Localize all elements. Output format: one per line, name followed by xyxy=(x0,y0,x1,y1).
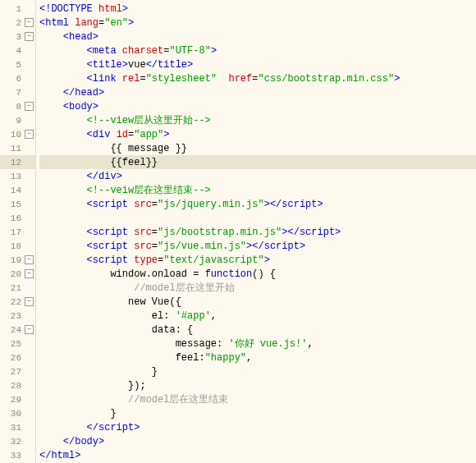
code-line[interactable]: }); xyxy=(39,378,476,392)
line-number: 18 xyxy=(5,241,23,251)
line-number: 32 xyxy=(5,437,23,447)
line-number: 20 xyxy=(5,269,23,279)
code-line[interactable]: //model层在这里开始 xyxy=(39,281,476,295)
line-number: 24 xyxy=(5,325,23,335)
gutter-line: 16 xyxy=(0,211,35,225)
gutter-line: 17 xyxy=(0,225,35,239)
code-line[interactable]: </head> xyxy=(39,85,476,99)
fold-toggle-icon[interactable]: − xyxy=(25,269,34,278)
line-number: 26 xyxy=(5,353,23,363)
line-number: 8 xyxy=(5,102,23,112)
code-line-current[interactable]: {{feel}} xyxy=(39,155,476,169)
line-number: 22 xyxy=(5,297,23,307)
code-line[interactable]: <meta charset="UTF-8"> xyxy=(39,44,476,57)
gutter-line: 22− xyxy=(0,295,35,309)
gutter-line: 2− xyxy=(0,16,35,30)
line-number: 16 xyxy=(5,213,23,223)
line-number: 30 xyxy=(5,409,23,419)
code-line[interactable]: </body> xyxy=(39,434,476,448)
gutter-line: 3− xyxy=(0,30,35,44)
code-line[interactable]: new Vue({ xyxy=(39,295,476,309)
code-line[interactable]: <title>vue</title> xyxy=(39,57,476,71)
gutter-line: 8− xyxy=(0,99,35,113)
gutter-line: 12 xyxy=(0,155,35,169)
line-number: 7 xyxy=(5,88,23,98)
gutter-line: 18 xyxy=(0,239,35,253)
line-number: 15 xyxy=(5,199,23,209)
code-line[interactable]: } xyxy=(39,406,476,420)
line-number: 23 xyxy=(5,311,23,321)
code-line[interactable]: //model层在这里结束 xyxy=(39,392,476,406)
line-number: 19 xyxy=(5,255,23,265)
gutter-line: 13 xyxy=(0,169,35,183)
gutter-line: 14 xyxy=(0,183,35,197)
code-line[interactable]: window.onload = function() { xyxy=(39,267,476,281)
gutter-line: 24− xyxy=(0,323,35,337)
gutter-line: 32 xyxy=(0,434,35,448)
gutter-line: 9 xyxy=(0,113,35,127)
gutter-line: 23 xyxy=(0,309,35,323)
code-line[interactable]: } xyxy=(39,364,476,378)
code-line[interactable]: feel:"happy", xyxy=(39,351,476,364)
fold-toggle-icon[interactable]: − xyxy=(25,102,34,111)
gutter-line: 25 xyxy=(0,337,35,351)
line-number: 14 xyxy=(5,186,23,195)
fold-toggle-icon[interactable]: − xyxy=(25,18,34,27)
code-line[interactable]: </script> xyxy=(39,420,476,434)
line-number: 5 xyxy=(5,60,23,70)
fold-toggle-icon[interactable]: − xyxy=(25,255,34,264)
code-line[interactable]: <!DOCTYPE html> xyxy=(39,2,476,16)
line-number-gutter: 12−3−45678−910−111213141516171819−20−212… xyxy=(0,0,36,463)
code-line[interactable]: <body> xyxy=(39,99,476,113)
gutter-line: 20− xyxy=(0,267,35,281)
code-line[interactable]: el: '#app', xyxy=(39,309,476,323)
line-number: 31 xyxy=(5,423,23,433)
line-number: 11 xyxy=(5,144,23,154)
gutter-line: 19− xyxy=(0,253,35,267)
code-line[interactable]: </div> xyxy=(39,169,476,183)
line-number: 21 xyxy=(5,283,23,293)
line-number: 25 xyxy=(5,339,23,349)
fold-toggle-icon[interactable]: − xyxy=(25,130,34,139)
gutter-line: 1 xyxy=(0,2,35,16)
gutter-line: 26 xyxy=(0,351,35,364)
code-line[interactable]: </html> xyxy=(39,448,476,462)
code-line[interactable]: message: '你好 vue.js!', xyxy=(39,337,476,351)
line-number: 17 xyxy=(5,227,23,237)
code-line[interactable]: <!--view层从这里开始--> xyxy=(39,113,476,127)
code-line[interactable]: {{ message }} xyxy=(39,141,476,155)
code-line[interactable]: <script src="js/bootstrap.min.js"></scri… xyxy=(39,225,476,239)
gutter-line: 4 xyxy=(0,44,35,57)
gutter-line: 21 xyxy=(0,281,35,295)
code-editor-area[interactable]: <!DOCTYPE html> <html lang="en"> <head> … xyxy=(36,0,476,463)
code-line[interactable]: <div id="app"> xyxy=(39,127,476,141)
code-line[interactable]: <link rel="stylesheet" href="css/bootstr… xyxy=(39,71,476,85)
gutter-line: 7 xyxy=(0,85,35,99)
fold-toggle-icon[interactable]: − xyxy=(25,325,34,334)
line-number: 12 xyxy=(5,158,23,167)
code-line[interactable]: data: { xyxy=(39,323,476,337)
code-line[interactable]: <script src="js/vue.min.js"></script> xyxy=(39,239,476,253)
gutter-line: 15 xyxy=(0,197,35,211)
fold-toggle-icon[interactable]: − xyxy=(25,32,34,41)
line-number: 6 xyxy=(5,74,23,84)
gutter-line: 5 xyxy=(0,57,35,71)
code-line[interactable]: <head> xyxy=(39,30,476,44)
line-number: 3 xyxy=(5,32,23,42)
gutter-line: 6 xyxy=(0,71,35,85)
gutter-line: 10− xyxy=(0,127,35,141)
line-number: 13 xyxy=(5,172,23,181)
fold-toggle-icon[interactable]: − xyxy=(25,297,34,306)
code-line[interactable] xyxy=(39,211,476,225)
line-number: 33 xyxy=(5,451,23,461)
line-number: 27 xyxy=(5,367,23,377)
code-line[interactable]: <script src="js/jquery.min.js"></script> xyxy=(39,197,476,211)
line-number: 29 xyxy=(5,395,23,405)
gutter-line: 30 xyxy=(0,406,35,420)
gutter-line: 29 xyxy=(0,392,35,406)
code-line[interactable]: <script type="text/javascript"> xyxy=(39,253,476,267)
code-line[interactable]: <!--veiw层在这里结束--> xyxy=(39,183,476,197)
line-number: 4 xyxy=(5,46,23,56)
code-line[interactable]: <html lang="en"> xyxy=(39,16,476,30)
line-number: 9 xyxy=(5,116,23,126)
